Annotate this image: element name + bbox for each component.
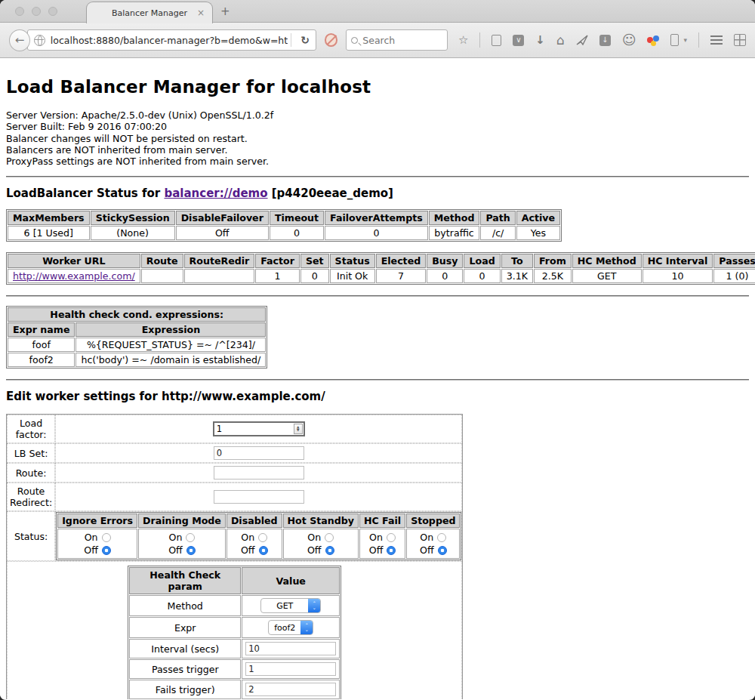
table-row: 6 [1 Used] (None) Off 0 0 bytraffic /c/ … (8, 226, 560, 240)
on-label: On (169, 531, 183, 544)
save-page-icon[interactable]: ↓ (599, 35, 611, 46)
hot-standby-on-radio[interactable] (325, 533, 334, 542)
col-hc-fail: HC Fail (359, 513, 405, 528)
bookmarks-menu-icon[interactable] (492, 35, 501, 46)
passes-trigger-input[interactable] (245, 662, 336, 676)
fails-trigger-input[interactable] (245, 683, 336, 696)
cell-method: bytraffic (429, 226, 480, 240)
browser-window: Balancer Manager × + ← localhost:8880/ba… (0, 0, 755, 700)
col-expression: Expression (76, 322, 266, 337)
downloads-icon[interactable]: ↓ (535, 35, 545, 46)
divider (6, 379, 749, 381)
new-tab-button[interactable]: + (220, 5, 230, 18)
draining-mode-off-radio[interactable] (186, 546, 196, 555)
route-redirect-input[interactable] (214, 490, 304, 504)
close-window-button[interactable] (15, 7, 24, 16)
col-hot-standby: Hot Standby (283, 513, 359, 528)
off-label: Off (84, 544, 98, 557)
dropdown-caret-icon[interactable]: ▾ (683, 36, 687, 44)
cell-maxmembers: 6 [1 Used] (8, 226, 90, 240)
send-tab-icon[interactable] (576, 35, 588, 45)
method-select-value: GET (261, 601, 308, 611)
hc-fail-on-radio[interactable] (387, 533, 396, 542)
tab-close-icon[interactable]: × (197, 8, 205, 18)
worker-status-table: Worker URL Route RouteRedir Factor Set S… (6, 252, 755, 285)
url-text[interactable]: localhost:8880/balancer-manager?b=demo&w… (51, 35, 288, 46)
fails-trigger-label: Fails trigger) (129, 680, 241, 699)
tab-groups-icon[interactable] (734, 34, 746, 46)
tab-balancer-manager[interactable]: Balancer Manager × (86, 2, 213, 23)
col-busy: Busy (427, 254, 463, 268)
cell-to: 3.1K (501, 269, 533, 283)
content-blocker-icon[interactable] (325, 33, 337, 47)
back-arrow-icon: ← (15, 33, 25, 47)
cell-disablefailover: Off (176, 226, 269, 240)
balancer-demo-link[interactable]: balancer://demo (164, 187, 267, 200)
minimize-window-button[interactable] (32, 7, 41, 16)
col-method: Method (429, 211, 480, 225)
home-icon[interactable]: ⌂ (556, 34, 565, 47)
lb-set-input[interactable] (214, 446, 304, 460)
off-label: Off (241, 544, 255, 557)
hc-row-expr: Expr foof2 ⌃⌄ (129, 617, 340, 638)
hc-header-row: Health Check param Value (129, 567, 340, 594)
cell-routeredir (184, 269, 255, 283)
cell-path: /c/ (480, 226, 515, 240)
on-label: On (369, 531, 383, 544)
cell-expr-name: foof2 (8, 353, 75, 367)
hot-standby-off-radio[interactable] (325, 546, 334, 555)
draining-mode-on-radio[interactable] (186, 533, 195, 542)
divider (6, 295, 749, 297)
interval-input[interactable] (245, 642, 336, 655)
disabled-radios: On Off (226, 529, 282, 559)
reload-icon[interactable]: ↻ (294, 34, 316, 46)
stopped-on-radio[interactable] (437, 533, 446, 542)
ignore-errors-on-radio[interactable] (102, 533, 111, 542)
load-factor-label: Load factor: (7, 415, 55, 443)
back-button[interactable]: ← (9, 29, 30, 51)
url-bar[interactable]: localhost:8880/balancer-manager?b=demo&w… (27, 29, 316, 51)
load-factor-input[interactable]: 1 ▲▼ (213, 421, 305, 436)
route-input[interactable] (214, 466, 304, 480)
number-spinner-icon[interactable]: ▲▼ (294, 424, 303, 434)
zoom-window-button[interactable] (48, 7, 57, 16)
health-check-cell: Health Check param Value Method GET ⌃⌄ (7, 561, 462, 699)
cell-elected: 7 (376, 269, 427, 283)
search-input[interactable] (362, 35, 438, 46)
col-status: Status (330, 254, 375, 268)
expr-select[interactable]: foof2 ⌃⌄ (268, 620, 313, 635)
col-elected: Elected (376, 254, 427, 268)
ignore-errors-off-radio[interactable] (102, 546, 111, 555)
server-info: Server Version: Apache/2.5.0-dev (Unix) … (6, 109, 749, 167)
col-from: From (534, 254, 572, 268)
load-factor-value: 1 (217, 424, 294, 434)
pocket-icon[interactable]: ∨ (513, 35, 524, 46)
table-title-row: Health check cond. expressions: (8, 307, 266, 322)
navigation-toolbar: ← localhost:8880/balancer-manager?b=demo… (0, 23, 755, 58)
menu-icon[interactable] (710, 35, 723, 45)
col-route: Route (141, 254, 183, 268)
disabled-off-radio[interactable] (259, 546, 268, 555)
col-routeredir: RouteRedir (184, 254, 255, 268)
worker-url-link[interactable]: http://www.example.com/ (13, 270, 135, 282)
col-expr-name: Expr name (8, 322, 75, 337)
method-select[interactable]: GET ⌃⌄ (260, 598, 321, 613)
hc-fail-off-radio[interactable] (387, 546, 396, 555)
stopped-off-radio[interactable] (438, 546, 447, 555)
urlbar-divider (291, 33, 291, 47)
cell-expression: %{REQUEST_STATUS} =~ /^[234]/ (76, 338, 266, 352)
expr-select-value: foof2 (269, 623, 300, 633)
edit-worker-heading: Edit worker settings for http://www.exam… (6, 390, 749, 403)
health-check-table: Health Check param Value Method GET ⌃⌄ (128, 566, 341, 699)
expression-row: foof2 hc('body') =~ /domain is establish… (8, 353, 266, 367)
cell-timeout: 0 (270, 226, 324, 240)
session-manager-icon[interactable] (670, 34, 679, 46)
extension-dots-icon[interactable] (647, 34, 659, 46)
disabled-on-radio[interactable] (258, 533, 267, 542)
server-version-line: Server Version: Apache/2.5.0-dev (Unix) … (6, 109, 749, 121)
hello-chat-icon[interactable]: ☺ (622, 33, 636, 47)
route-label: Route: (7, 463, 55, 483)
search-bar[interactable] (346, 29, 448, 51)
bookmark-star-icon[interactable]: ☆ (458, 35, 468, 46)
col-load: Load (464, 254, 500, 268)
